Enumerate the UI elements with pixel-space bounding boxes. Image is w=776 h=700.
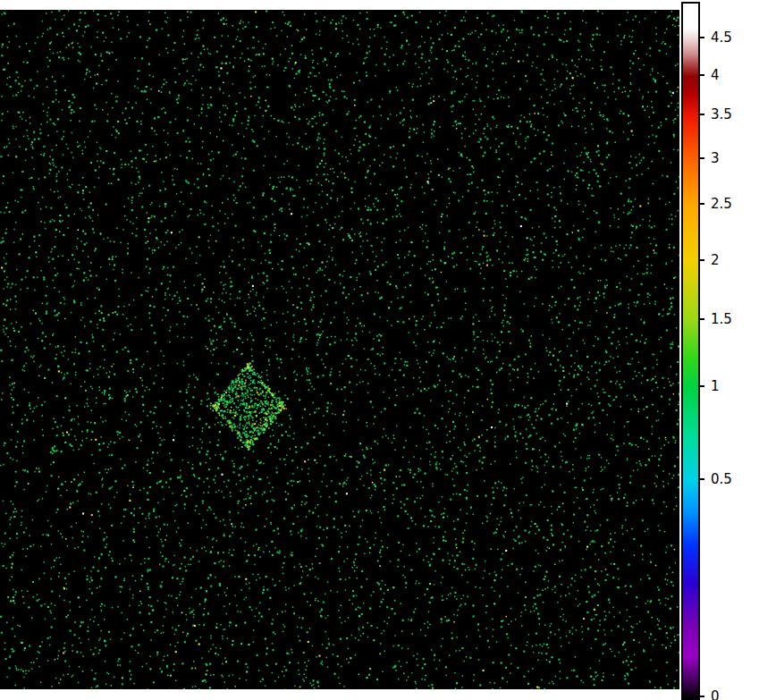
colorbar: [681, 2, 700, 700]
colorbar-tick-label: 0: [711, 688, 720, 700]
colorbar-tick: [700, 114, 704, 115]
heatmap-plot: [0, 10, 679, 689]
colorbar-tick: [700, 385, 704, 387]
colorbar-tick-label: 0.5: [711, 471, 732, 487]
colorbar-tick-label: 3: [711, 150, 720, 166]
colorbar-tick-label: 2: [711, 252, 720, 268]
colorbar-tick-label: 1: [711, 378, 720, 394]
colorbar-tick-label: 4: [711, 67, 720, 83]
colorbar-tick: [700, 74, 704, 76]
colorbar-tick-label: 2.5: [711, 196, 732, 212]
colorbar-gradient: [683, 4, 698, 698]
colorbar-tick-label: 1.5: [711, 311, 732, 327]
colorbar-tick-label: 3.5: [711, 106, 732, 122]
colorbar-tick: [700, 696, 704, 697]
figure: 4.543.532.521.510.50: [0, 0, 776, 700]
colorbar-tick: [700, 37, 704, 38]
colorbar-tick-label: 4.5: [711, 30, 732, 46]
colorbar-tick: [700, 203, 704, 205]
colorbar-tick: [700, 259, 704, 261]
colorbar-tick: [700, 318, 704, 320]
colorbar-tick: [700, 478, 704, 480]
colorbar-tick: [700, 157, 704, 159]
